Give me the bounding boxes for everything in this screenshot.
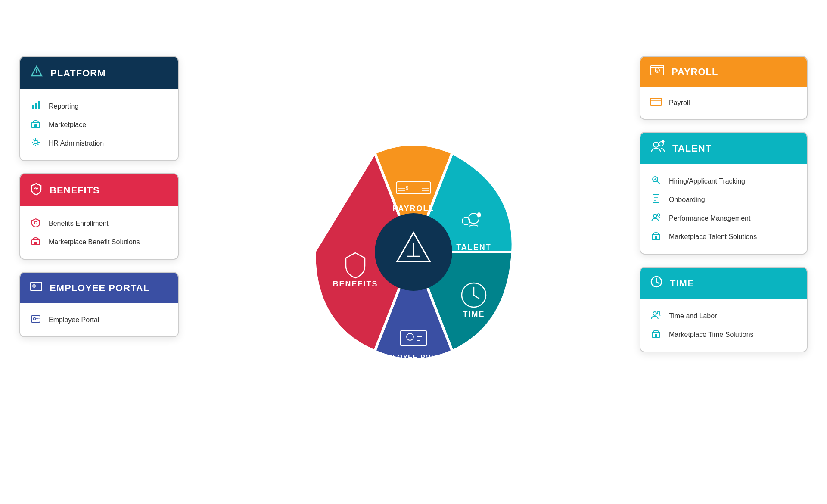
employee-header-icon (30, 280, 43, 296)
platform-header-icon (30, 65, 44, 81)
payroll-title: PAYROLL (672, 66, 718, 78)
svg-text:EMPLOYEE PORTAL: EMPLOYEE PORTAL (376, 354, 451, 361)
employee-title: EMPLOYEE PORTAL (50, 283, 149, 294)
platform-title: PLATFORM (50, 68, 106, 79)
svg-point-14 (34, 318, 36, 320)
svg-rect-63 (655, 236, 657, 240)
payroll-card[interactable]: $ PAYROLL Payroll (640, 56, 808, 120)
benefits-title: BENEFITS (50, 185, 100, 196)
svg-rect-3 (35, 103, 37, 109)
talent-marketplace-label: Marketplace Talent Solutions (669, 233, 757, 241)
time-card-body: Time and Labor Marketplace Time Solution… (640, 299, 807, 352)
svg-text:$: $ (656, 69, 658, 73)
payroll-card-body: Payroll (640, 87, 807, 119)
svg-text:BENEFITS: BENEFITS (333, 280, 378, 288)
benefits-card-body: Benefits Enrollment Marketplace Benefit … (20, 206, 178, 259)
talent-card-body: Hiring/Applicant Tracking Onboarding (640, 164, 807, 254)
left-cards-panel: PLATFORM Reporting (19, 56, 179, 337)
svg-rect-56 (653, 195, 659, 202)
employee-portal-label: Employee Portal (49, 316, 99, 324)
benefits-card-header: BENEFITS (20, 174, 178, 206)
svg-line-66 (656, 282, 659, 283)
svg-marker-51 (661, 140, 665, 142)
main-container: PLATFORM Reporting (0, 0, 827, 504)
right-cards-panel: $ PAYROLL Payroll (640, 56, 808, 352)
employee-card-header: EMPLOYEE PORTAL (20, 273, 178, 303)
hiring-label: Hiring/Applicant Tracking (669, 177, 745, 185)
payroll-item: Payroll (650, 94, 797, 111)
enrollment-label: Benefits Enrollment (49, 220, 109, 227)
payroll-card-header: $ PAYROLL (640, 57, 807, 87)
svg-rect-45 (650, 98, 662, 105)
hradmin-label: HR Administration (49, 140, 104, 147)
svg-point-61 (657, 214, 660, 216)
svg-point-68 (657, 311, 660, 314)
platform-item-hradmin: HR Administration (30, 134, 168, 152)
hradmin-icon (30, 137, 42, 149)
wheel-container: $ PAYROLL TALENT (289, 127, 538, 377)
svg-text:PAYROLL: PAYROLL (392, 204, 434, 213)
benefits-item-marketplace: Marketplace Benefit Solutions (30, 233, 168, 251)
payroll-header-icon: $ (650, 65, 665, 79)
employee-card-body: Employee Portal (20, 303, 178, 336)
time-labor-icon (650, 310, 662, 322)
performance-label: Performance Management (669, 215, 750, 222)
svg-line-53 (657, 181, 660, 184)
talent-title: TALENT (672, 143, 712, 154)
svg-text:TIME: TIME (463, 310, 485, 318)
svg-point-12 (33, 285, 35, 287)
benefits-card[interactable]: BENEFITS Benefits Enrollment (19, 173, 179, 260)
svg-rect-10 (34, 242, 37, 245)
time-header-icon (650, 275, 663, 291)
benefits-marketplace-label: Marketplace Benefit Solutions (49, 238, 140, 246)
marketplace-label: Marketplace (49, 121, 86, 129)
onboarding-label: Onboarding (669, 196, 705, 204)
wheel-svg: $ PAYROLL TALENT (289, 127, 538, 377)
time-item-marketplace: Marketplace Time Solutions (650, 325, 797, 344)
talent-marketplace-icon (650, 231, 662, 243)
time-card[interactable]: TIME Time and Labor (640, 267, 808, 352)
platform-card[interactable]: PLATFORM Reporting (19, 56, 179, 161)
time-title: TIME (670, 278, 694, 289)
svg-rect-6 (34, 124, 37, 128)
svg-rect-70 (655, 334, 657, 337)
talent-card-header: TALENT (640, 133, 807, 164)
platform-card-body: Reporting Marketplace (20, 89, 178, 160)
svg-text:$: $ (406, 185, 408, 190)
marketplace-icon (30, 119, 42, 131)
payroll-label: Payroll (669, 99, 690, 107)
time-marketplace-label: Marketplace Time Solutions (669, 331, 754, 339)
time-card-header: TIME (640, 268, 807, 299)
payroll-item-icon (650, 98, 662, 108)
talent-item-hiring: Hiring/Applicant Tracking (650, 172, 797, 190)
svg-point-60 (653, 214, 657, 218)
svg-rect-4 (38, 101, 40, 109)
svg-point-8 (34, 221, 37, 224)
benefits-item-enrollment: Benefits Enrollment (30, 214, 168, 233)
onboarding-icon (650, 194, 662, 205)
platform-item-marketplace: Marketplace (30, 115, 168, 134)
enrollment-icon (30, 218, 42, 229)
hiring-icon (650, 175, 662, 187)
employee-portal-card[interactable]: EMPLOYEE PORTAL Employee Portal (19, 272, 179, 337)
reporting-label: Reporting (49, 103, 78, 110)
benefits-header-icon (30, 182, 43, 199)
talent-card[interactable]: TALENT Hiring/Applicant Tracking (640, 132, 808, 255)
time-item-labor: Time and Labor (650, 307, 797, 325)
talent-item-marketplace: Marketplace Talent Solutions (650, 227, 797, 246)
platform-card-header: PLATFORM (20, 57, 178, 89)
platform-item-reporting: Reporting (30, 97, 168, 115)
svg-text:TALENT: TALENT (456, 243, 491, 252)
svg-point-67 (653, 312, 656, 315)
time-marketplace-icon (650, 329, 662, 340)
svg-point-7 (34, 140, 37, 144)
employee-portal-icon (30, 314, 42, 325)
reporting-icon (30, 100, 42, 112)
performance-icon (650, 212, 662, 224)
time-labor-label: Time and Labor (669, 312, 717, 320)
talent-item-onboarding: Onboarding (650, 190, 797, 209)
svg-point-48 (653, 142, 659, 147)
talent-header-icon (650, 140, 665, 156)
employee-item-portal: Employee Portal (30, 311, 168, 329)
svg-rect-2 (32, 105, 34, 109)
